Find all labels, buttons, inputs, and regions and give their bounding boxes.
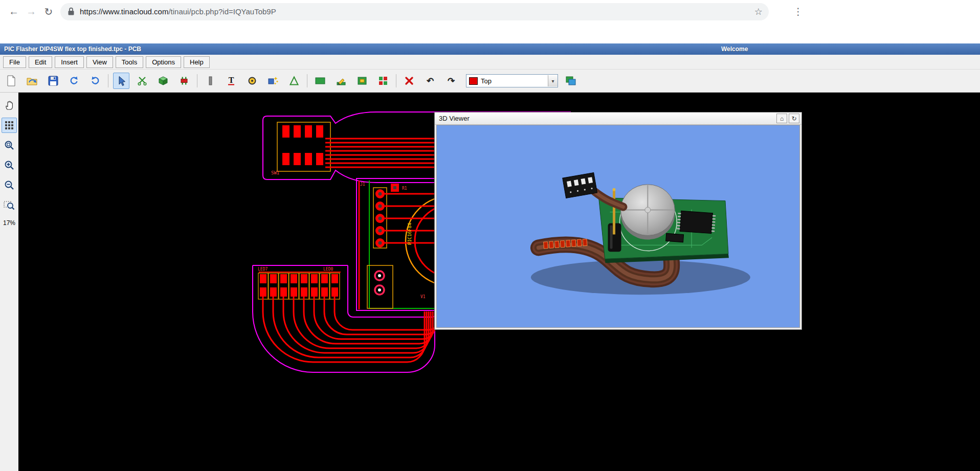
zoom-window-button[interactable] xyxy=(2,197,17,213)
menu-help[interactable]: Help xyxy=(184,56,210,68)
lock-icon[interactable] xyxy=(68,7,75,16)
autoroute-icon xyxy=(268,76,279,86)
open-folder-icon xyxy=(27,76,38,86)
browser-reload-icon[interactable]: ↻ xyxy=(40,3,57,20)
floppy-save-icon xyxy=(48,76,58,86)
pcb-label-u1: PIC16F84 xyxy=(407,223,412,245)
redo-button[interactable]: ↷ xyxy=(443,73,459,89)
viewer3d-refresh-button[interactable]: ↻ xyxy=(789,114,799,123)
toolbar-separator xyxy=(108,74,108,87)
menu-tools[interactable]: Tools xyxy=(116,56,143,68)
layer-select-arrow-icon[interactable]: ▾ xyxy=(548,75,558,86)
view-3d-button[interactable] xyxy=(563,73,579,89)
pcb-label-sw1: SW1 xyxy=(271,170,279,175)
browser-menu-icon[interactable]: ⋮ xyxy=(793,6,803,17)
trace-bar-icon xyxy=(205,76,215,86)
screenshot-root: { "browser": { "url_domain": "https://ww… xyxy=(0,0,980,471)
menu-options[interactable]: Options xyxy=(146,56,181,68)
zoom-in-button[interactable] xyxy=(2,158,17,173)
component-tool-button[interactable] xyxy=(155,73,171,89)
new-file-button[interactable] xyxy=(3,73,19,89)
pcb-label-r1: R1 xyxy=(402,186,407,191)
welcome-button[interactable]: Welcome xyxy=(721,43,748,55)
toolbar-separator xyxy=(197,74,197,87)
polygon-tool-button[interactable] xyxy=(286,73,302,89)
pad-grid-button[interactable] xyxy=(375,73,391,89)
via-tool-button[interactable] xyxy=(244,73,260,89)
text-tool-button[interactable]: T xyxy=(223,73,239,89)
open-file-button[interactable] xyxy=(24,73,40,89)
viewer3d-home-button[interactable]: ⌂ xyxy=(776,114,787,123)
footprint-tool-button[interactable] xyxy=(176,73,192,89)
grid-icon xyxy=(5,121,14,130)
browser-toolbar: ← → ↻ https://www.tinacloud.com/tinaui/p… xyxy=(0,0,803,20)
view-3d-icon xyxy=(565,76,576,86)
menu-edit[interactable]: Edit xyxy=(29,56,52,68)
text-tool-glyph: T xyxy=(229,76,234,84)
autoroute-button[interactable] xyxy=(265,73,281,89)
browser-back-icon[interactable]: ← xyxy=(5,3,23,20)
pcb-label-led7: LED7 xyxy=(258,267,268,272)
board-3d-render xyxy=(437,125,799,327)
zoom-in-icon xyxy=(4,160,14,170)
workspace: 17% SW1 xyxy=(0,93,980,471)
copper-pour-button[interactable] xyxy=(312,73,328,89)
route-tool-button[interactable] xyxy=(134,73,150,89)
circular-arrow-right-button[interactable] xyxy=(87,73,103,89)
toolbar-separator xyxy=(396,74,396,87)
toolbar-separator xyxy=(307,74,307,87)
viewer3d-window[interactable]: 3D Viewer ⌂ ↻ xyxy=(434,112,802,330)
coin-battery-3d xyxy=(620,185,675,240)
circular-arrow-left-icon xyxy=(69,76,79,86)
viewer3d-content[interactable] xyxy=(436,125,800,328)
select-tool-button[interactable] xyxy=(113,73,129,89)
browser-forward-icon[interactable]: → xyxy=(23,3,40,20)
menu-file[interactable]: File xyxy=(3,56,26,68)
pencil-icon xyxy=(336,76,346,86)
menu-view[interactable]: View xyxy=(86,56,113,68)
flex-traces xyxy=(263,297,439,362)
zoom-level: 17% xyxy=(3,219,15,227)
save-button[interactable] xyxy=(45,73,61,89)
zoom-out-button[interactable] xyxy=(2,177,17,193)
zoom-fit-icon xyxy=(4,140,14,150)
delete-button[interactable] xyxy=(401,73,417,89)
layer-color-swatch xyxy=(469,77,478,85)
pcb-label-j1: J1 xyxy=(360,182,365,187)
circular-arrow-right-icon xyxy=(90,76,100,86)
scissors-icon xyxy=(137,76,147,86)
triangle-icon xyxy=(289,76,299,86)
url-domain: https://www.tinacloud.com xyxy=(80,7,168,16)
undo-icon: ↶ xyxy=(427,77,434,85)
copper-pour-icon xyxy=(315,76,326,86)
cube-icon xyxy=(158,76,168,86)
new-document-icon xyxy=(6,75,16,86)
grid-toggle-button[interactable] xyxy=(2,118,17,133)
pan-tool-button[interactable] xyxy=(2,98,17,113)
viewer3d-title: 3D Viewer xyxy=(439,115,470,122)
pcb-led-flex: LED7 LED0 xyxy=(253,265,439,372)
circular-arrow-left-button[interactable] xyxy=(66,73,82,89)
zoom-out-icon xyxy=(4,180,14,190)
via-icon xyxy=(247,76,257,86)
layer-select[interactable]: Top ▾ xyxy=(466,74,558,87)
pad-grid-icon xyxy=(378,76,388,86)
copper-area-icon xyxy=(357,76,367,86)
draw-tool-button[interactable] xyxy=(333,73,349,89)
text-tool-icon: T xyxy=(226,75,236,86)
copper-area-button[interactable] xyxy=(354,73,370,89)
select-arrow-icon xyxy=(116,76,126,86)
undo-button[interactable]: ↶ xyxy=(422,73,438,89)
zoom-fit-button[interactable] xyxy=(2,138,17,153)
bookmark-star-icon[interactable]: ☆ xyxy=(754,6,763,17)
url-text: https://www.tinacloud.com/tinaui/pcb.php… xyxy=(80,7,276,16)
menu-insert[interactable]: Insert xyxy=(55,56,84,68)
redo-icon: ↷ xyxy=(448,77,455,85)
delete-x-icon xyxy=(404,76,414,86)
address-bar[interactable]: https://www.tinacloud.com/tinaui/pcb.php… xyxy=(60,3,769,20)
browser-chrome: ← → ↻ https://www.tinacloud.com/tinaui/p… xyxy=(0,0,980,43)
trace-tool-button[interactable] xyxy=(202,73,218,89)
viewer3d-titlebar[interactable]: 3D Viewer ⌂ ↻ xyxy=(435,113,801,125)
pcb-canvas[interactable]: SW1 xyxy=(18,93,980,471)
footprint-icon xyxy=(179,76,189,86)
